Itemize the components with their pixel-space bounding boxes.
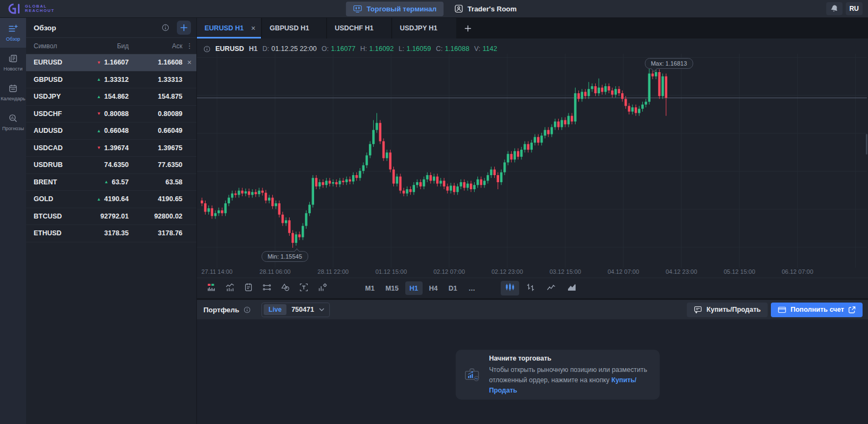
sidebar-item-news[interactable]: Новости: [0, 48, 26, 78]
chart-info-icon[interactable]: [203, 46, 210, 53]
timeframe-d1[interactable]: D1: [444, 281, 462, 295]
volume-style-button[interactable]: [203, 281, 220, 295]
watchlist-info-icon[interactable]: [162, 24, 169, 31]
sidebar-item-forecasts[interactable]: Прогнозы: [0, 107, 26, 137]
drawing-tools-group: [203, 281, 333, 295]
sidebar-item-overview[interactable]: Обзор: [0, 18, 26, 48]
chart-type-area-button[interactable]: [563, 281, 581, 295]
ask-value: 0.66049: [129, 127, 182, 134]
shapes-tool-button[interactable]: [277, 281, 293, 295]
timeframe-m15[interactable]: M15: [381, 281, 403, 295]
candles-icon: [505, 283, 515, 293]
chart-scrollbar[interactable]: [866, 134, 867, 155]
line-tools-icon: [263, 283, 271, 293]
buy-sell-label: Купить/Продать: [706, 306, 761, 313]
account-type-badge: Live: [264, 304, 286, 315]
chart-area[interactable]: Max: 1.16813 Min: 1.15545: [197, 54, 868, 268]
timeframe-more[interactable]: …: [464, 281, 480, 295]
min-price-label: Min: 1.15545: [261, 251, 308, 262]
sidebar-item-calendar[interactable]: Календарь: [0, 78, 26, 107]
ask-value: 92800.02: [129, 213, 182, 220]
nav-traders-room[interactable]: Trader's Room: [449, 4, 522, 13]
x-axis-tick: 01.12 15:00: [375, 268, 407, 275]
bid-value: ▲154.862: [81, 93, 129, 100]
portfolio-info-icon[interactable]: [244, 306, 251, 313]
chart-type-candles-button[interactable]: [501, 281, 519, 295]
watchlist-row-brent[interactable]: BRENT ▲63.57 63.58: [26, 174, 196, 191]
bid-value: ▲4190.64: [81, 195, 129, 203]
tab-label: USDCHF H1: [335, 24, 374, 32]
symbol-label: GBPUSD: [34, 76, 81, 83]
tab-usdjpy-h1[interactable]: USDJPY H1: [392, 18, 456, 38]
ask-value: 1.16608: [129, 59, 182, 66]
calendar-icon: [9, 84, 17, 94]
portfolio-title: Портфель: [203, 306, 239, 314]
plus-icon: [464, 25, 471, 32]
candlestick-chart[interactable]: [197, 54, 867, 268]
sidebar-item-label: Календарь: [1, 96, 25, 101]
watchlist-row-gold[interactable]: GOLD ▲4190.64 4190.65: [26, 191, 196, 208]
x-axis-tick: 03.12 15:00: [550, 268, 581, 275]
symbol-label: USDCAD: [34, 144, 81, 152]
watchlist-row-usdcad[interactable]: USDCAD ▼1.39674 1.39675: [26, 140, 196, 157]
forecast-icon: [9, 114, 17, 124]
ask-value: 154.875: [129, 93, 182, 100]
symbol-label: USDRUB: [34, 161, 81, 169]
watchlist-row-eurusd[interactable]: EURUSD ▼1.16607 1.16608 ×: [26, 54, 196, 72]
shapes-tool-icon: [281, 283, 290, 293]
chevron-down-icon: [319, 308, 324, 311]
info-symbol: EURUSD: [215, 45, 244, 53]
watchlist-row-usdjpy[interactable]: USDJPY ▲154.862 154.875: [26, 88, 196, 106]
events-button[interactable]: [240, 281, 257, 295]
deposit-label: Пополнить счет: [790, 306, 844, 313]
chart-type-bars-button[interactable]: [521, 281, 540, 295]
timeframe-h4[interactable]: H4: [425, 281, 442, 295]
tab-label: GBPUSD H1: [270, 24, 309, 32]
text-tool-button[interactable]: [296, 281, 312, 295]
down-arrow-icon: ▼: [97, 60, 101, 65]
ask-value: 1.39675: [129, 144, 182, 152]
x-axis-tick: 27.11 14:00: [201, 268, 232, 275]
notifications-button[interactable]: [826, 2, 843, 15]
chart-type-line-button[interactable]: [542, 281, 560, 295]
watchlist-row-usdchf[interactable]: USDCHF ▼0.80088 0.80089: [26, 106, 196, 123]
chart-settings-button[interactable]: [314, 281, 330, 295]
buy-sell-button[interactable]: Купить/Продать: [687, 303, 768, 317]
x-axis-tick: 28.11 06:00: [259, 268, 290, 275]
bid-value: 3178.35: [81, 229, 129, 237]
add-chart-tab-button[interactable]: [457, 18, 478, 38]
close-tab-icon[interactable]: ×: [251, 24, 256, 33]
nav-trading-terminal[interactable]: Торговый терминал: [346, 2, 444, 16]
chart-tabs: EURUSD H1 × GBPUSD H1 USDCHF H1 USDJPY H…: [197, 18, 868, 38]
line-tools-button[interactable]: [259, 281, 275, 295]
tab-eurusd-h1[interactable]: EURUSD H1 ×: [197, 18, 261, 38]
account-selector[interactable]: Live 750471: [261, 303, 330, 317]
watchlist-row-btcusd[interactable]: BTCUSD 92792.01 92800.02: [26, 208, 196, 226]
deposit-button[interactable]: Пополнить счет: [771, 303, 863, 317]
watchlist-row-ethusd[interactable]: ETHUSD 3178.35 3178.76: [26, 225, 196, 242]
tab-gbpusd-h1[interactable]: GBPUSD H1: [262, 18, 326, 38]
timeframes-group: M1M15H1H4D1…: [361, 281, 482, 295]
watchlist-row-usdrub[interactable]: USDRUB 74.6350 77.6350: [26, 157, 196, 174]
indicators-button[interactable]: [222, 281, 238, 295]
columns-menu-icon[interactable]: ⋮: [182, 42, 196, 50]
info-v: V:1142: [474, 45, 497, 53]
tab-usdchf-h1[interactable]: USDCHF H1: [327, 18, 391, 38]
watchlist-row-gbpusd[interactable]: GBPUSD ▲1.33312 1.33313: [26, 72, 196, 89]
indicators-icon: [226, 283, 234, 293]
volume-style-icon: [207, 283, 216, 293]
watchlist-panel: Обзор Символ Бид Аск ⋮ EURUSD ▼1.16607 1…: [26, 18, 197, 424]
ask-value: 4190.65: [129, 195, 182, 203]
person-icon: [455, 4, 463, 13]
add-symbol-button[interactable]: [177, 21, 191, 35]
timeframe-h1[interactable]: H1: [405, 281, 423, 295]
timeframe-m1[interactable]: M1: [361, 281, 379, 295]
bars-icon: [526, 283, 535, 293]
sidebar-item-label: Новости: [4, 66, 23, 72]
language-button[interactable]: RU: [846, 2, 863, 15]
info-h: H:1.16092: [360, 45, 394, 53]
watchlist-row-audusd[interactable]: AUDUSD ▲0.66048 0.66049: [26, 123, 196, 140]
remove-symbol-icon[interactable]: ×: [182, 58, 196, 67]
empty-state-card: Начните торговать Чтобы открыть рыночную…: [456, 350, 660, 400]
empty-state-title: Начните торговать: [489, 354, 650, 364]
